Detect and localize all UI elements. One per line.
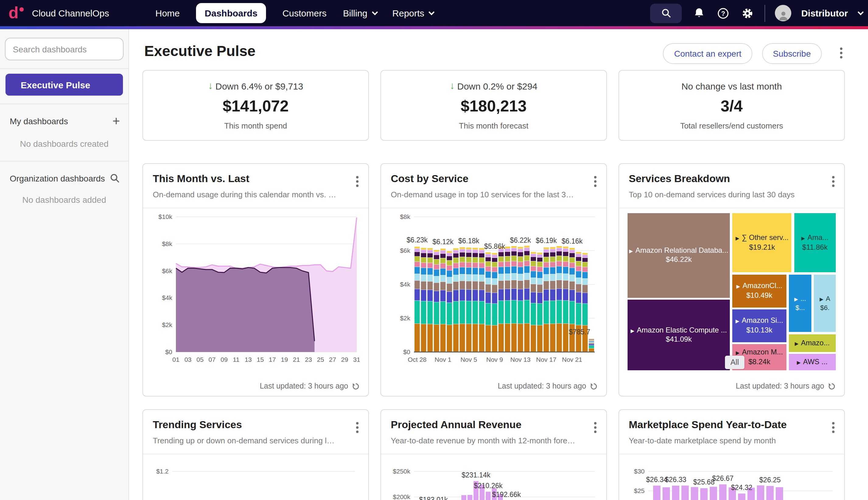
svg-text:07: 07: [208, 356, 216, 363]
kpi-value: 3/4: [721, 96, 743, 115]
svg-text:23: 23: [305, 356, 312, 363]
kpi-card-month-spend: ↓Down 6.4% or $9,713 $141,072 This month…: [142, 70, 369, 141]
card-header: Projected Annual Revenue Year-to-date re…: [381, 410, 606, 454]
card-header: This Month vs. Last On-demand usage duri…: [143, 164, 368, 208]
org-dashboards-header: Organization dashboards: [10, 173, 120, 183]
sidebar-item-executive-pulse[interactable]: Executive Pulse: [5, 74, 123, 95]
treemap-all-button[interactable]: All: [725, 356, 744, 369]
user-menu-label[interactable]: Distributor: [801, 8, 848, 18]
chart-svg: $250k$200k$183.01k$231.14k$210.26k$192.6…: [390, 454, 598, 500]
treemap-tile[interactable]: ▶∑ Other serv...$19.21k: [732, 213, 791, 272]
card-header: Services Breakdown Top 10 on-demand serv…: [619, 164, 844, 208]
nav-gradient-bar: [0, 26, 868, 29]
my-dashboards-label: My dashboards: [10, 116, 68, 126]
card-subtitle: Year-to-date revenue by month with 12-mo…: [391, 436, 597, 445]
treemap-tile[interactable]: ▶Amazo...: [789, 334, 836, 352]
my-dashboards-header: My dashboards +: [10, 114, 120, 127]
refresh-icon[interactable]: [828, 382, 836, 390]
person-icon: [777, 9, 789, 21]
top-nav: d Cloud ChannelOps Home Dashboards Custo…: [0, 0, 868, 29]
nav-item-reports[interactable]: Reports: [392, 8, 433, 18]
expand-triangle-icon: ▶: [820, 297, 823, 303]
refresh-icon[interactable]: [352, 382, 360, 390]
notifications-button[interactable]: [692, 6, 706, 20]
chevron-down-icon[interactable]: [858, 9, 864, 15]
chevron-down-icon: [429, 9, 435, 15]
svg-text:$26.67: $26.67: [712, 475, 733, 482]
svg-text:$8k: $8k: [400, 213, 410, 220]
svg-text:17: 17: [269, 356, 276, 363]
avatar[interactable]: [775, 5, 791, 21]
svg-text:$210.26k: $210.26k: [474, 482, 503, 490]
nav-item-dashboards[interactable]: Dashboards: [196, 3, 266, 23]
page-title: Executive Pulse: [144, 43, 256, 60]
divider: [0, 103, 128, 104]
card-subtitle: Year-to-date marketplace spend by month: [629, 436, 834, 445]
card-kebab-menu[interactable]: [594, 422, 597, 433]
svg-text:27: 27: [329, 356, 336, 363]
subscribe-button[interactable]: Subscribe: [762, 43, 822, 64]
treemap-tile[interactable]: ▶Amazon Si...$10.13k: [732, 310, 786, 342]
treemap-tile[interactable]: ▶AmazonCl...$10.49k: [732, 274, 786, 307]
card-subtitle: On-demand usage during this calendar mon…: [153, 190, 359, 199]
search-button[interactable]: [650, 3, 682, 23]
treemap-tile[interactable]: ▶Amazon Elastic Compute ...$41.09k: [627, 300, 730, 370]
svg-text:$24.32: $24.32: [731, 484, 752, 491]
svg-text:11: 11: [233, 356, 240, 363]
nav-item-billing[interactable]: Billing: [343, 8, 376, 18]
trending-chart: $1.2: [143, 454, 368, 500]
card-title: This Month vs. Last: [153, 173, 359, 185]
nav-divider: [765, 4, 765, 22]
svg-text:$200k: $200k: [393, 493, 410, 500]
nav-item-home[interactable]: Home: [155, 8, 180, 18]
card-title: Trending Services: [153, 419, 359, 431]
add-dashboard-button[interactable]: +: [112, 114, 120, 127]
contact-expert-button[interactable]: Contact an expert: [663, 43, 752, 64]
svg-text:13: 13: [245, 356, 252, 363]
treemap-tile[interactable]: ▶AWS ...: [789, 354, 836, 370]
help-button[interactable]: ?: [716, 6, 731, 20]
gear-icon: [742, 7, 754, 19]
svg-text:$4k: $4k: [162, 294, 172, 301]
org-dashboards-empty-text: No dashboards added: [0, 195, 128, 205]
card-services-breakdown: Services Breakdown Top 10 on-demand serv…: [618, 163, 845, 397]
svg-text:$2k: $2k: [400, 315, 410, 321]
svg-text:$10k: $10k: [158, 213, 172, 220]
card-title: Projected Annual Revenue: [391, 419, 597, 431]
svg-text:Nov 9: Nov 9: [486, 356, 503, 363]
refresh-icon[interactable]: [590, 382, 598, 390]
chart-svg: $0$2k$4k$6k$8k$6.23k$6.12k$6.18k$5.86k$6…: [390, 208, 598, 374]
card-kebab-menu[interactable]: [594, 176, 597, 187]
treemap-tile[interactable]: ▶...$...: [789, 274, 811, 332]
svg-text:$2k: $2k: [162, 321, 172, 328]
last-updated: Last updated: 3 hours ago: [736, 382, 836, 390]
svg-text:$0: $0: [403, 348, 410, 355]
primary-nav: Home Dashboards Customers Billing Report…: [155, 3, 433, 23]
search-icon[interactable]: [109, 173, 120, 183]
last-updated: Last updated: 3 hours ago: [259, 382, 360, 390]
sidebar: Executive Pulse My dashboards + No dashb…: [0, 29, 129, 500]
svg-text:03: 03: [184, 356, 192, 363]
treemap-tile[interactable]: ▶Ama...$11.86k: [794, 213, 836, 272]
kpi-caption: This month spend: [224, 121, 287, 130]
brand-logo-icon[interactable]: d: [9, 5, 25, 21]
card-kebab-menu[interactable]: [832, 176, 834, 187]
svg-text:09: 09: [221, 356, 228, 363]
svg-text:05: 05: [197, 356, 204, 363]
card-cost-by-service: Cost by Service On-demand usage in top 1…: [380, 163, 607, 397]
settings-button[interactable]: [740, 6, 755, 20]
nav-item-customers[interactable]: Customers: [282, 8, 326, 18]
expand-triangle-icon: ▶: [795, 341, 798, 346]
down-arrow-icon: ↓: [208, 80, 213, 91]
card-kebab-menu[interactable]: [356, 422, 359, 433]
card-kebab-menu[interactable]: [356, 176, 359, 187]
card-trending-services: Trending Services Trending up or down on…: [142, 409, 369, 500]
card-title: Cost by Service: [391, 173, 597, 185]
treemap-tile[interactable]: ▶Amazon Relational Databa...$46.22k: [627, 213, 730, 298]
chevron-down-icon: [372, 9, 378, 15]
card-kebab-menu[interactable]: [832, 422, 834, 433]
down-arrow-icon: ↓: [450, 80, 455, 91]
page-kebab-menu[interactable]: [840, 47, 843, 58]
dashboard-search-input[interactable]: [5, 38, 124, 60]
treemap-tile[interactable]: ▶A$6.: [814, 274, 836, 332]
